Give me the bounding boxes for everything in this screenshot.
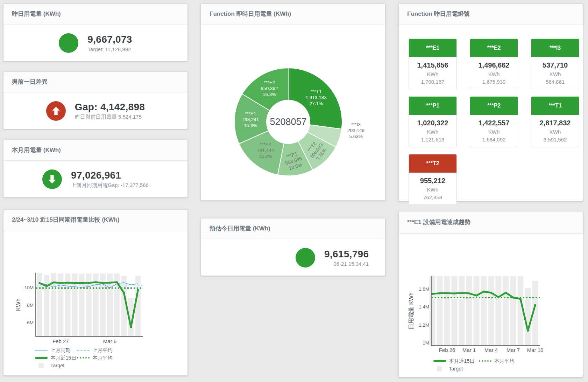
yesterday-value: 9,667,073: [87, 34, 132, 45]
compare-legend: 上月同期 上月平均 本月近15日 本月平均: [35, 346, 119, 369]
tile-unit: KWh: [533, 71, 578, 77]
svg-text:Feb 26: Feb 26: [439, 347, 455, 353]
tile-unit: KWh: [472, 71, 516, 77]
tile-unit: KWh: [472, 129, 516, 135]
tile-unit: KWh: [410, 71, 455, 77]
card-title: 昨日用電量 (KWh): [3, 4, 187, 25]
gap-value: Gap: 4,142,898: [75, 102, 145, 113]
svg-text:10M: 10M: [24, 285, 34, 290]
legend-item-last-month-same[interactable]: 上月同期: [35, 347, 77, 354]
svg-text:1.6M: 1.6M: [419, 286, 429, 292]
stat-body: 97,026,961 上個月同期用電Gap: -17,377,566: [3, 161, 187, 197]
trend-legend: 本月近15日 本月平均 Target: [433, 357, 521, 373]
svg-text:8M: 8M: [27, 303, 34, 308]
tile-value: 955,212: [410, 177, 455, 185]
dotted-line-swatch-icon: [77, 357, 90, 359]
thick-line-swatch-icon: [35, 357, 48, 359]
legend-item-this-month-avg[interactable]: 本月平均: [479, 358, 521, 364]
legend-label: 本月平均: [494, 358, 515, 364]
svg-text:1.4M: 1.4M: [419, 304, 429, 310]
card-title: 預估今日用電量 (KWh): [201, 218, 385, 239]
legend-label: Target: [50, 363, 64, 368]
status-circle-icon: [59, 33, 78, 53]
tile-label: ***P1: [409, 97, 456, 115]
card-e1-trend: ***E1 設備用電達成趨勢 1M1.2M1.4M1.6MFeb 26Mar 1…: [398, 211, 583, 377]
svg-text:1.2M: 1.2M: [419, 322, 429, 328]
stat-body: 9,615,796 06-21 15:34:41: [201, 239, 385, 276]
card-status-lights: Function 昨日用電燈號 ***E1 1,415,856 KWh 1,70…: [398, 4, 583, 201]
light-tile-p1[interactable]: ***P1 1,020,322 KWh 1,121,613: [409, 96, 457, 147]
legend-item-this-month-avg[interactable]: 本月平均: [77, 355, 119, 361]
legend-item-this-month-15d[interactable]: 本月近15日: [35, 355, 77, 361]
donut-chart-svg: ***T11,413,18327.1%***I3293,1495.63%***T…: [201, 25, 386, 201]
tile-value: 2,817,832: [533, 119, 578, 127]
light-tile-t2[interactable]: ***T2 955,212 KWh 762,358: [409, 154, 457, 205]
lights-grid: ***E1 1,415,856 KWh 1,700,157 ***E2 1,49…: [399, 25, 583, 205]
dashboard: 昨日用電量 (KWh) 9,667,073 Target: 11,128,992…: [0, 0, 588, 382]
light-tile-e2[interactable]: ***E2 1,496,662 KWh 1,675,939: [470, 39, 518, 89]
arrow-up-icon: [50, 105, 62, 117]
tile-label: ***E1: [409, 39, 456, 57]
tile-target: 3,591,562: [533, 137, 578, 143]
tile-target: 1,121,613: [410, 137, 455, 143]
status-circle-icon: [42, 169, 62, 189]
tile-target: 762,358: [410, 194, 455, 200]
tile-value: 1,496,662: [472, 61, 516, 69]
stat-body: 9,667,073 Target: 11,128,992: [3, 25, 187, 61]
tile-value: 1,422,557: [472, 119, 516, 127]
tile-target: 1,700,157: [410, 79, 455, 85]
svg-text:Mar 4: Mar 4: [484, 347, 498, 353]
legend-label: 上月同期: [50, 347, 71, 354]
legend-label: 本月近15日: [50, 355, 76, 361]
light-tile-e1[interactable]: ***E1 1,415,856 KWh 1,700,157: [409, 39, 457, 89]
legend-item-target[interactable]: Target: [35, 363, 77, 368]
month-subtitle: 上個月同期用電Gap: -17,377,566: [71, 182, 149, 189]
card-day-gap: 與前一日差異 Gap: 4,142,898 昨日與前日用電量 5,524,175: [3, 71, 188, 129]
legend-item-this-month-15d[interactable]: 本月近15日: [433, 358, 479, 364]
bar-swatch-icon: [38, 363, 44, 368]
card-compare-chart: 2/24~3/10 近15日同期用電量比較 (KWh) 6M8M10MFeb 2…: [3, 209, 188, 376]
light-tile-i3[interactable]: ***I3 537,710 KWh 584,861: [531, 39, 579, 89]
svg-text:日用電量 KWh: 日用電量 KWh: [408, 292, 414, 329]
light-tile-t1[interactable]: ***T1 2,817,832 KWh 3,591,562: [531, 96, 579, 147]
dashed-line-swatch-icon: [77, 350, 90, 350]
tile-target: 584,861: [533, 79, 578, 85]
card-estimate-today: 預估今日用電量 (KWh) 9,615,796 06-21 15:34:41: [201, 218, 385, 276]
tile-label: ***T2: [409, 154, 456, 173]
svg-text:6M: 6M: [27, 320, 34, 325]
tile-label: ***T1: [531, 97, 579, 115]
compare-chart-svg: 6M8M10MFeb 27Mar 6KWh: [3, 230, 188, 356]
tile-label: ***I3: [531, 39, 579, 57]
tile-unit: KWh: [533, 129, 578, 135]
estimate-timestamp: 06-21 15:34:41: [324, 261, 369, 267]
status-circle-icon: [46, 101, 66, 121]
svg-text:Mar 6: Mar 6: [103, 338, 116, 344]
svg-text:Mar 7: Mar 7: [506, 347, 520, 353]
tile-unit: KWh: [410, 187, 455, 193]
svg-text:Mar 1: Mar 1: [462, 347, 476, 353]
trend-chart-svg: 1M1.2M1.4M1.6MFeb 26Mar 1Mar 4Mar 7Mar 1…: [399, 234, 583, 355]
card-yesterday-usage: 昨日用電量 (KWh) 9,667,073 Target: 11,128,992: [3, 4, 188, 61]
gap-subtitle: 昨日與前日用電量 5,524,175: [75, 114, 145, 120]
legend-item-target[interactable]: Target: [433, 366, 475, 371]
line-swatch-icon: [35, 350, 48, 350]
legend-label: 本月平均: [92, 355, 113, 361]
estimate-value: 9,615,796: [324, 249, 369, 260]
light-tile-p2[interactable]: ***P2 1,422,557 KWh 1,684,092: [470, 96, 518, 147]
tile-target: 1,675,939: [472, 79, 516, 85]
tile-label: ***P2: [470, 97, 518, 115]
month-value: 97,026,961: [71, 170, 149, 181]
svg-text:Feb 27: Feb 27: [52, 338, 69, 344]
thick-line-swatch-icon: [433, 360, 446, 362]
dotted-line-swatch-icon: [479, 360, 491, 362]
card-title: 2/24~3/10 近15日同期用電量比較 (KWh): [3, 210, 187, 230]
svg-text:Mar 10: Mar 10: [527, 347, 544, 353]
tile-target: 1,684,092: [472, 137, 516, 143]
card-month-usage: 本月用電量 (KWh) 97,026,961 上個月同期用電Gap: -17,3…: [3, 140, 188, 197]
yesterday-target: Target: 11,128,992: [87, 46, 132, 52]
card-title: Function 即時日用電量 (KWh): [201, 4, 385, 25]
card-title: ***E1 設備用電達成趨勢: [399, 211, 583, 234]
status-circle-icon: [296, 248, 315, 268]
legend-item-last-month-avg[interactable]: 上月平均: [77, 347, 119, 354]
tile-unit: KWh: [410, 129, 455, 135]
